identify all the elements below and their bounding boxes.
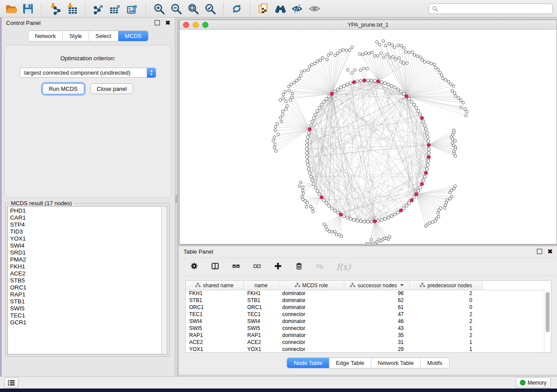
search-input[interactable] bbox=[440, 5, 549, 12]
graph-leaf-node[interactable] bbox=[454, 95, 457, 97]
show-graphics-eye-icon[interactable] bbox=[308, 2, 321, 15]
mcds-result-node[interactable]: RAP1 bbox=[10, 291, 162, 298]
table-row[interactable]: SWI5 SWI5 connector 43 1 bbox=[186, 325, 544, 332]
column-header-shared-name[interactable]: shared name bbox=[186, 281, 244, 290]
graph-leaf-node[interactable] bbox=[287, 89, 290, 92]
graph-leaf-node[interactable] bbox=[449, 197, 451, 200]
import-network-icon[interactable] bbox=[48, 2, 61, 15]
graph-leaf-node[interactable] bbox=[378, 43, 381, 46]
graph-ring-node[interactable] bbox=[399, 90, 402, 93]
graph-leaf-node[interactable] bbox=[423, 61, 426, 63]
graph-mcds-node[interactable] bbox=[330, 92, 334, 96]
graph-ring-node[interactable] bbox=[356, 219, 359, 222]
graph-leaf-node[interactable] bbox=[380, 52, 382, 55]
graph-ring-node[interactable] bbox=[410, 100, 413, 103]
graph-leaf-node[interactable] bbox=[327, 54, 329, 56]
graph-leaf-node[interactable] bbox=[366, 67, 368, 70]
graph-leaf-node[interactable] bbox=[309, 205, 312, 208]
graph-leaf-node[interactable] bbox=[411, 51, 414, 53]
graph-leaf-node[interactable] bbox=[346, 69, 349, 71]
graph-leaf-node[interactable] bbox=[291, 96, 293, 99]
tab-style[interactable]: Style bbox=[62, 31, 89, 41]
graph-ring-node[interactable] bbox=[330, 207, 333, 210]
graph-leaf-node[interactable] bbox=[273, 136, 276, 138]
graph-leaf-node[interactable] bbox=[299, 74, 302, 77]
graph-leaf-node[interactable] bbox=[298, 185, 301, 187]
zoom-fit-icon[interactable] bbox=[187, 2, 200, 15]
column-header-MCDS-role[interactable]: MCDS role bbox=[279, 281, 344, 290]
graph-leaf-node[interactable] bbox=[444, 79, 447, 81]
graph-leaf-node[interactable] bbox=[405, 51, 407, 53]
graph-leaf-node[interactable] bbox=[295, 79, 298, 82]
tab-network-table[interactable]: Network Table bbox=[371, 358, 420, 368]
graph-ring-node[interactable] bbox=[306, 139, 309, 142]
graph-leaf-node[interactable] bbox=[408, 51, 410, 54]
zoom-traffic-light-icon[interactable] bbox=[202, 22, 208, 28]
graph-ring-node[interactable] bbox=[363, 220, 366, 223]
graph-leaf-node[interactable] bbox=[274, 150, 277, 152]
zoom-in-icon[interactable] bbox=[152, 2, 166, 15]
graph-ring-node[interactable] bbox=[423, 124, 426, 127]
graph-ring-node[interactable] bbox=[373, 79, 376, 83]
graph-leaf-node[interactable] bbox=[460, 106, 462, 109]
mcds-result-node[interactable]: TID3 bbox=[10, 228, 162, 235]
graph-leaf-node[interactable] bbox=[442, 77, 444, 79]
graph-ring-node[interactable] bbox=[426, 164, 429, 167]
export-network-icon[interactable] bbox=[92, 2, 105, 15]
graph-leaf-node[interactable] bbox=[302, 192, 304, 195]
graph-leaf-node[interactable] bbox=[419, 56, 422, 58]
graph-leaf-node[interactable] bbox=[451, 89, 453, 92]
graph-ring-node[interactable] bbox=[311, 179, 314, 182]
graph-ring-node[interactable] bbox=[419, 113, 422, 116]
graph-leaf-node[interactable] bbox=[293, 81, 295, 84]
graph-leaf-node[interactable] bbox=[453, 92, 456, 94]
graph-ring-node[interactable] bbox=[336, 211, 339, 214]
graph-ring-node[interactable] bbox=[393, 86, 396, 89]
graph-ring-node[interactable] bbox=[419, 186, 422, 189]
graph-leaf-node[interactable] bbox=[334, 54, 336, 57]
graph-leaf-node[interactable] bbox=[393, 46, 396, 48]
mcds-result-node[interactable]: PMA2 bbox=[10, 256, 162, 263]
horizontal-splitter-handle[interactable] bbox=[365, 242, 372, 246]
graph-leaf-node[interactable] bbox=[299, 181, 302, 184]
graph-ring-node[interactable] bbox=[402, 92, 405, 95]
graph-mcds-node[interactable] bbox=[339, 213, 343, 217]
graph-ring-node[interactable] bbox=[308, 172, 311, 175]
tab-mcds[interactable]: MCDS bbox=[118, 31, 148, 41]
graph-ring-node[interactable] bbox=[387, 83, 390, 86]
graph-leaf-node[interactable] bbox=[451, 138, 453, 140]
graph-leaf-node[interactable] bbox=[274, 126, 277, 128]
float-window-icon[interactable] bbox=[155, 20, 160, 25]
graph-leaf-node[interactable] bbox=[353, 69, 356, 71]
graph-ring-node[interactable] bbox=[393, 213, 396, 216]
graph-ring-node[interactable] bbox=[333, 90, 336, 93]
graph-leaf-node[interactable] bbox=[403, 47, 405, 49]
mcds-result-list[interactable]: PHD1CAR1STP4TID3YOX1SWI4SRD1PMA2FKH1ACE2… bbox=[7, 206, 162, 354]
graph-leaf-node[interactable] bbox=[370, 51, 373, 54]
graph-leaf-node[interactable] bbox=[454, 140, 457, 142]
graph-leaf-node[interactable] bbox=[335, 233, 338, 236]
graph-leaf-node[interactable] bbox=[462, 101, 464, 104]
graph-leaf-node[interactable] bbox=[277, 133, 280, 136]
graph-leaf-node[interactable] bbox=[321, 56, 324, 59]
graph-leaf-node[interactable] bbox=[336, 52, 339, 55]
graph-leaf-node[interactable] bbox=[440, 74, 443, 76]
graph-leaf-node[interactable] bbox=[282, 93, 284, 96]
graph-ring-node[interactable] bbox=[305, 144, 308, 147]
graph-leaf-node[interactable] bbox=[284, 100, 287, 103]
graph-leaf-node[interactable] bbox=[362, 67, 365, 69]
graph-ring-node[interactable] bbox=[417, 189, 420, 193]
column-header-predecessor-nodes[interactable]: predecessor nodes bbox=[410, 281, 483, 290]
graph-mcds-node[interactable] bbox=[373, 220, 377, 223]
graph-leaf-node[interactable] bbox=[351, 46, 353, 48]
graph-ring-node[interactable] bbox=[396, 211, 399, 214]
vertical-splitter[interactable] bbox=[175, 17, 178, 376]
graph-ring-node[interactable] bbox=[339, 86, 343, 89]
graph-leaf-node[interactable] bbox=[397, 44, 400, 47]
graph-leaf-node[interactable] bbox=[400, 45, 403, 47]
graph-ring-node[interactable] bbox=[426, 168, 429, 171]
graph-leaf-node[interactable] bbox=[376, 41, 378, 43]
graph-leaf-node[interactable] bbox=[300, 71, 303, 73]
graph-leaf-node[interactable] bbox=[405, 62, 408, 64]
graph-leaf-node[interactable] bbox=[339, 49, 341, 52]
